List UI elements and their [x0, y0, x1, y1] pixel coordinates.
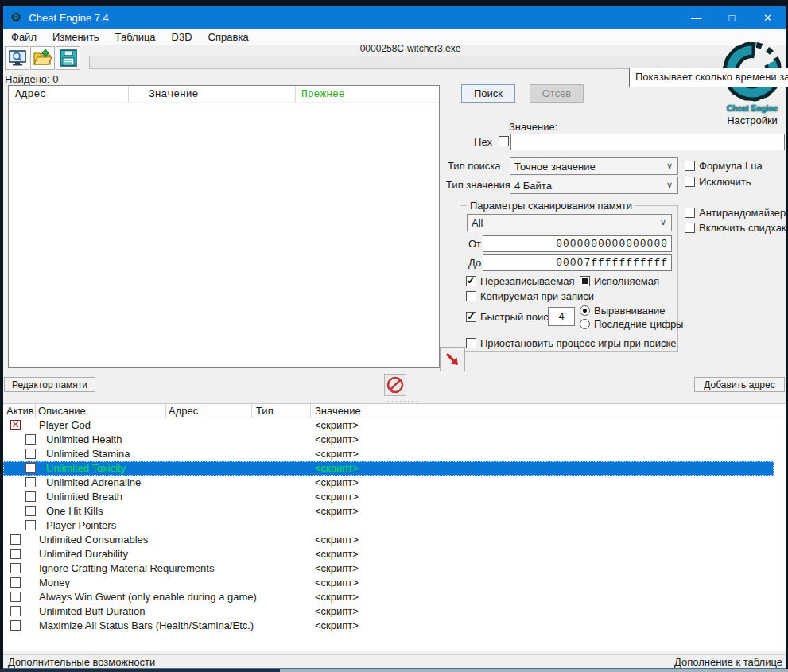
open-table-button[interactable]: [30, 46, 55, 70]
activate-checkbox[interactable]: [10, 606, 21, 616]
cancel-scan-button[interactable]: [384, 374, 406, 396]
copy-on-write-option[interactable]: Копируемая при записи: [466, 290, 594, 302]
copy-on-write-checkbox[interactable]: [466, 291, 476, 301]
menu-help[interactable]: Справка: [200, 29, 257, 45]
not-option[interactable]: Исключить: [685, 176, 751, 188]
table-row[interactable]: Player Pointers: [3, 519, 774, 533]
activate-checkbox[interactable]: [10, 563, 21, 573]
value-type-dropdown[interactable]: 4 Байта ∨: [510, 177, 678, 194]
table-row[interactable]: Unlimited Consumables <скрипт>: [3, 533, 774, 547]
alignment-radio[interactable]: [580, 305, 590, 316]
unrandomizer-option[interactable]: Антирандомайзер: [685, 207, 786, 219]
activate-checkbox[interactable]: [25, 491, 36, 502]
save-table-button[interactable]: [56, 46, 80, 70]
unrandomizer-label: Антирандомайзер: [699, 207, 786, 219]
executable-option[interactable]: Исполняемая: [580, 275, 659, 287]
alignment-label: Выравнивание: [594, 305, 665, 317]
memory-region-dropdown[interactable]: All ∨: [467, 214, 672, 231]
activate-checkbox[interactable]: ✕: [10, 420, 21, 430]
col-address[interactable]: Адрес: [169, 405, 198, 417]
table-row[interactable]: Money <скрипт>: [3, 576, 774, 590]
activate-checkbox[interactable]: [10, 549, 21, 559]
table-row[interactable]: Ignore Crafting Material Requirements <с…: [3, 561, 774, 576]
not-checkbox[interactable]: [685, 177, 695, 187]
unrandomizer-checkbox[interactable]: [685, 208, 695, 218]
executable-checkbox[interactable]: [580, 276, 590, 286]
found-col-address[interactable]: Адрес: [15, 88, 46, 100]
close-button[interactable]: ✕: [750, 6, 786, 29]
add-selected-address-button[interactable]: [440, 347, 465, 371]
pause-game-checkbox[interactable]: [466, 338, 476, 348]
advanced-options-label[interactable]: Дополнительные возможности: [8, 656, 155, 668]
lua-formula-option[interactable]: Формула Lua: [685, 160, 763, 172]
scan-type-dropdown[interactable]: Точное значение ∨: [510, 157, 678, 175]
table-row[interactable]: Always Win Gwent (only enable during a g…: [3, 590, 774, 604]
table-row[interactable]: Unlimited Toxicity <скрипт>: [3, 461, 774, 476]
menu-file[interactable]: Файл: [3, 29, 45, 45]
fast-scan-alignment-input[interactable]: 4: [548, 307, 575, 326]
cheat-value: <скрипт>: [315, 448, 359, 460]
maximize-button[interactable]: □: [714, 6, 750, 29]
activate-checkbox[interactable]: [25, 434, 36, 445]
speedhack-option[interactable]: Включить спидхак: [685, 222, 786, 234]
value-type-label: Тип значения: [446, 179, 510, 191]
menu-table[interactable]: Таблица: [107, 29, 164, 45]
activate-checkbox[interactable]: [25, 449, 36, 459]
writable-checkbox[interactable]: [466, 276, 476, 286]
col-description[interactable]: Описание: [38, 405, 86, 417]
table-row[interactable]: ✕ Player God <скрипт>: [3, 418, 774, 433]
table-row[interactable]: One Hit Kills <скрипт>: [3, 504, 774, 519]
next-scan-button: Отсев: [530, 84, 584, 103]
table-row[interactable]: Unlimited Adrenaline <скрипт>: [3, 476, 774, 490]
found-col-value[interactable]: Значение: [149, 88, 198, 100]
speedhack-checkbox[interactable]: [685, 223, 695, 233]
table-row[interactable]: Unlimited Buff Duration <скрипт>: [3, 604, 774, 619]
cheat-description: Unlimited Durability: [39, 548, 128, 560]
menu-d3d[interactable]: D3D: [164, 29, 200, 45]
activate-checkbox[interactable]: [10, 620, 21, 631]
scan-value-input[interactable]: [510, 134, 785, 150]
cheat-value: <скрипт>: [315, 433, 359, 445]
minimize-button[interactable]: —: [678, 6, 714, 29]
fast-scan-option[interactable]: Быстрый поиск: [466, 311, 553, 323]
col-type[interactable]: Тип: [256, 405, 274, 417]
lua-formula-checkbox[interactable]: [685, 161, 695, 171]
activate-checkbox[interactable]: [10, 534, 21, 545]
settings-link[interactable]: Настройки: [719, 115, 786, 126]
statusbar: Дополнительные возможности Дополнение к …: [3, 654, 786, 669]
table-row[interactable]: Unlimited Breath <скрипт>: [3, 490, 774, 504]
alignment-option[interactable]: Выравнивание: [580, 305, 665, 317]
select-process-button[interactable]: [5, 46, 29, 70]
hex-checkbox[interactable]: [499, 136, 509, 146]
found-address-list[interactable]: Адрес Значение Прежнее: [8, 85, 440, 368]
table-extras-label[interactable]: Дополнение к таблице: [666, 656, 782, 668]
table-row[interactable]: Unlimited Health <скрипт>: [3, 433, 774, 447]
table-row[interactable]: Unlimited Durability <скрипт>: [3, 547, 774, 561]
activate-checkbox[interactable]: [25, 463, 36, 473]
found-col-previous[interactable]: Прежнее: [301, 88, 345, 100]
fast-scan-checkbox[interactable]: [466, 312, 476, 322]
table-row[interactable]: Unlimited Stamina <скрипт>: [3, 447, 774, 461]
pause-game-option[interactable]: Приостановить процесс игры при поиске: [466, 337, 677, 349]
table-row[interactable]: Maximize All Status Bars (Health/Stamina…: [3, 619, 774, 633]
first-scan-button[interactable]: Поиск: [461, 84, 515, 103]
activate-checkbox[interactable]: [25, 477, 36, 487]
last-digits-option[interactable]: Последние цифры: [580, 318, 683, 330]
activate-checkbox[interactable]: [10, 592, 21, 602]
col-active[interactable]: Актив.: [6, 405, 37, 417]
writable-option[interactable]: Перезаписываемая: [466, 275, 575, 287]
activate-checkbox[interactable]: [25, 520, 36, 530]
lua-formula-label: Формула Lua: [699, 160, 763, 172]
memory-view-button[interactable]: Редактор памяти: [4, 377, 95, 392]
scan-stop-input[interactable]: 00007fffffffffff: [483, 254, 672, 271]
last-digits-radio[interactable]: [580, 319, 590, 329]
activate-checkbox[interactable]: [25, 506, 36, 516]
col-value[interactable]: Значение: [315, 405, 361, 417]
splitter-handle[interactable]: ················: [387, 396, 429, 402]
activate-checkbox[interactable]: [10, 577, 21, 588]
add-address-manually-button[interactable]: Добавить адрес: [694, 377, 785, 392]
scan-start-input[interactable]: 0000000000000000: [483, 235, 672, 252]
cheat-value: <скрипт>: [315, 505, 359, 517]
menu-edit[interactable]: Изменить: [45, 29, 107, 45]
cheat-description: Unlimited Buff Duration: [39, 605, 145, 617]
